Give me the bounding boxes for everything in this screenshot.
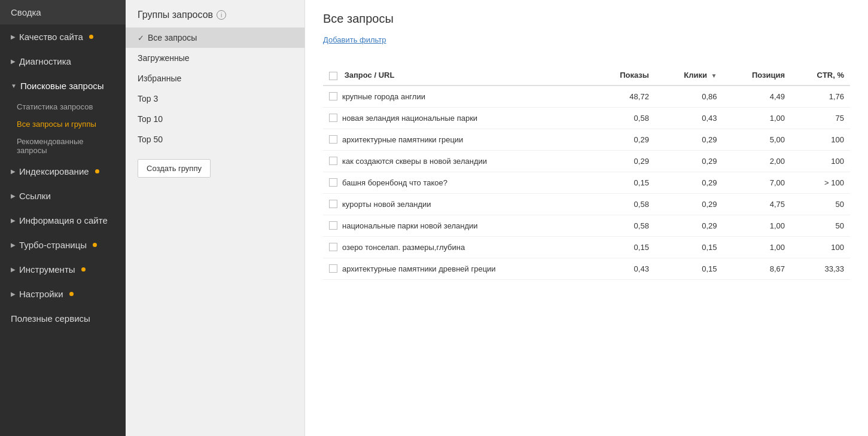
group-item-top3[interactable]: Top 3 bbox=[126, 89, 304, 109]
sidebar-item-vse-gruppy[interactable]: Все запросы и группы bbox=[0, 115, 126, 133]
sidebar-label-diagnostika: Диагностика bbox=[19, 56, 71, 66]
row-checkbox[interactable] bbox=[329, 157, 337, 165]
row-checkbox[interactable] bbox=[329, 92, 337, 100]
sidebar-item-kachestvo[interactable]: ▶ Качество сайта bbox=[0, 25, 126, 49]
table-row: крупные города англии48,720,864,491,76 bbox=[323, 86, 850, 108]
th-query: Запрос / URL bbox=[323, 66, 593, 86]
cell-position: 5,00 bbox=[723, 129, 791, 150]
query-text: национальные парки новой зеландии bbox=[342, 221, 478, 230]
cell-clicks: 0,29 bbox=[655, 172, 723, 193]
sidebar-item-poleznye[interactable]: Полезные сервисы bbox=[0, 306, 126, 331]
query-text: курорты новой зеландии bbox=[342, 200, 431, 209]
query-text: как создаются скверы в новой зеландии bbox=[342, 157, 487, 166]
sidebar-item-diagnostika[interactable]: ▶ Диагностика bbox=[0, 49, 126, 74]
th-query-label: Запрос / URL bbox=[345, 71, 395, 80]
add-filter-link[interactable]: Добавить фильтр bbox=[323, 35, 386, 44]
groups-title: Группы запросов i bbox=[126, 10, 304, 28]
sort-arrow-icon: ▼ bbox=[711, 72, 717, 79]
sidebar-item-rekomendovannye[interactable]: Рекомендованные запросы bbox=[0, 133, 126, 159]
row-checkbox[interactable] bbox=[329, 243, 337, 251]
sidebar-item-instrumenty[interactable]: ▶ Инструменты bbox=[0, 257, 126, 282]
th-clicks[interactable]: Клики ▼ bbox=[655, 66, 723, 86]
sidebar-label-ssylki: Ссылки bbox=[19, 191, 51, 201]
group-label-top3: Top 3 bbox=[138, 94, 158, 103]
arrow-icon-instrumenty: ▶ bbox=[11, 266, 16, 273]
groups-title-label: Группы запросов bbox=[138, 10, 213, 20]
cell-clicks: 0,29 bbox=[655, 215, 723, 236]
arrow-icon-diagnostika: ▶ bbox=[11, 58, 16, 65]
cell-query: национальные парки новой зеландии bbox=[323, 215, 593, 236]
table-container: Запрос / URL Показы Клики ▼ Позиция CTR,… bbox=[323, 66, 850, 280]
sidebar-label-poleznye: Полезные сервисы bbox=[11, 313, 90, 324]
cell-ctr: 50 bbox=[791, 215, 850, 236]
row-checkbox[interactable] bbox=[329, 200, 337, 208]
sidebar-item-poiskovye[interactable]: ▼ Поисковые запросы bbox=[0, 74, 126, 98]
sidebar-item-ssylki[interactable]: ▶ Ссылки bbox=[0, 184, 126, 208]
group-label-izbrannye: Избранные bbox=[138, 74, 181, 83]
group-item-zagruzhennye[interactable]: Загруженные bbox=[126, 48, 304, 68]
group-item-top10[interactable]: Top 10 bbox=[126, 109, 304, 129]
sidebar-item-indeksirovanie[interactable]: ▶ Индексирование bbox=[0, 159, 126, 184]
create-group-button[interactable]: Создать группу bbox=[138, 159, 211, 178]
table-row: архитектурные памятники древней греции0,… bbox=[323, 258, 850, 279]
query-text: крупные города англии bbox=[342, 92, 425, 101]
query-text: башня боренбонд что такое? bbox=[342, 178, 447, 187]
th-position: Позиция bbox=[723, 66, 791, 86]
sidebar-item-statistika[interactable]: Статистика запросов bbox=[0, 98, 126, 115]
sidebar-item-informaciya[interactable]: ▶ Информация о сайте bbox=[0, 208, 126, 233]
arrow-icon-turbo: ▶ bbox=[11, 242, 16, 248]
group-item-vse[interactable]: ✓ Все запросы bbox=[126, 28, 304, 48]
row-checkbox[interactable] bbox=[329, 264, 337, 273]
table-row: башня боренбонд что такое?0,150,297,00> … bbox=[323, 172, 850, 193]
sidebar-label-poiskovye: Поисковые запросы bbox=[20, 81, 104, 91]
cell-query: озеро тонселап. размеры,глубина bbox=[323, 236, 593, 258]
query-text: новая зеландия национальные парки bbox=[342, 114, 477, 123]
table-row: как создаются скверы в новой зеландии0,2… bbox=[323, 150, 850, 172]
table-body: крупные города англии48,720,864,491,76но… bbox=[323, 86, 850, 280]
cell-clicks: 0,29 bbox=[655, 150, 723, 172]
cell-position: 1,00 bbox=[723, 215, 791, 236]
arrow-icon-indeksirovanie: ▶ bbox=[11, 168, 16, 175]
page-title: Все запросы bbox=[323, 12, 850, 26]
sidebar-item-svodka[interactable]: Сводка bbox=[0, 0, 126, 25]
table-row: архитектурные памятники греции0,290,295,… bbox=[323, 129, 850, 150]
th-shows: Показы bbox=[593, 66, 655, 86]
cell-query: как создаются скверы в новой зеландии bbox=[323, 150, 593, 172]
table-header-row: Запрос / URL Показы Клики ▼ Позиция CTR,… bbox=[323, 66, 850, 86]
cell-clicks: 0,15 bbox=[655, 236, 723, 258]
row-checkbox[interactable] bbox=[329, 135, 337, 144]
group-item-izbrannye[interactable]: Избранные bbox=[126, 68, 304, 89]
header-checkbox[interactable] bbox=[329, 72, 337, 80]
sidebar-label-vse-gruppy: Все запросы и группы bbox=[17, 120, 96, 129]
group-item-top50[interactable]: Top 50 bbox=[126, 129, 304, 150]
cell-shows: 0,58 bbox=[593, 193, 655, 215]
th-clicks-label: Клики bbox=[684, 71, 707, 80]
cell-clicks: 0,29 bbox=[655, 129, 723, 150]
cell-clicks: 0,29 bbox=[655, 193, 723, 215]
row-checkbox[interactable] bbox=[329, 178, 337, 187]
sidebar-label-nastrojki: Настройки bbox=[19, 289, 63, 299]
sidebar-label-statistika: Статистика запросов bbox=[17, 102, 93, 111]
dot-turbo bbox=[93, 243, 97, 247]
group-label-top50: Top 50 bbox=[138, 135, 163, 144]
th-ctr: CTR, % bbox=[791, 66, 850, 86]
row-checkbox[interactable] bbox=[329, 114, 337, 122]
table-row: новая зеландия национальные парки0,580,4… bbox=[323, 107, 850, 129]
row-checkbox[interactable] bbox=[329, 221, 337, 230]
sidebar-label-informaciya: Информация о сайте bbox=[19, 215, 108, 225]
cell-shows: 48,72 bbox=[593, 86, 655, 108]
sidebar-item-turbo[interactable]: ▶ Турбо-страницы bbox=[0, 233, 126, 257]
info-icon[interactable]: i bbox=[217, 10, 226, 20]
cell-position: 4,49 bbox=[723, 86, 791, 108]
cell-clicks: 0,43 bbox=[655, 107, 723, 129]
sidebar-item-nastrojki[interactable]: ▶ Настройки bbox=[0, 282, 126, 306]
sidebar-label-turbo: Турбо-страницы bbox=[19, 240, 87, 250]
table-row: озеро тонселап. размеры,глубина0,150,151… bbox=[323, 236, 850, 258]
group-label-top10: Top 10 bbox=[138, 114, 163, 124]
cell-query: архитектурные памятники древней греции bbox=[323, 258, 593, 279]
dot-nastrojki bbox=[69, 292, 74, 296]
cell-ctr: 100 bbox=[791, 129, 850, 150]
th-shows-label: Показы bbox=[620, 71, 649, 80]
cell-position: 1,00 bbox=[723, 236, 791, 258]
cell-position: 1,00 bbox=[723, 107, 791, 129]
